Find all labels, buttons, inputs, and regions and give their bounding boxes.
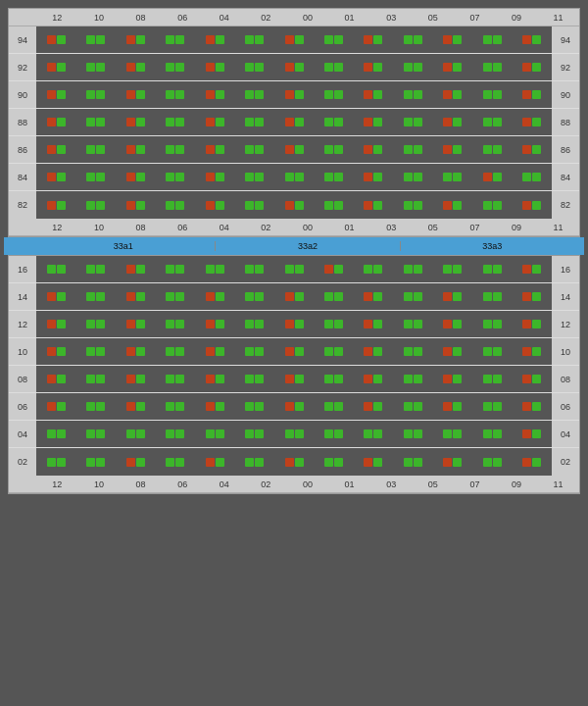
- available-seat[interactable]: [47, 265, 56, 274]
- seat-cell[interactable]: [234, 393, 273, 420]
- available-seat[interactable]: [532, 173, 541, 181]
- available-seat[interactable]: [166, 90, 174, 99]
- occupied-seat[interactable]: [126, 201, 135, 210]
- seat-cell[interactable]: [354, 136, 393, 163]
- seat-cell[interactable]: [155, 421, 194, 447]
- available-seat[interactable]: [414, 458, 422, 467]
- available-seat[interactable]: [206, 265, 215, 274]
- seat-cell[interactable]: [75, 421, 115, 447]
- available-seat[interactable]: [373, 173, 382, 181]
- seat-cell[interactable]: [36, 448, 75, 476]
- available-seat[interactable]: [373, 90, 382, 99]
- available-seat[interactable]: [136, 402, 145, 411]
- available-seat[interactable]: [96, 347, 105, 356]
- occupied-seat[interactable]: [206, 173, 215, 181]
- available-seat[interactable]: [373, 292, 382, 301]
- seat-cell[interactable]: [314, 109, 353, 135]
- available-seat[interactable]: [166, 35, 174, 44]
- seat-cell[interactable]: [393, 256, 432, 282]
- available-seat[interactable]: [245, 402, 254, 411]
- occupied-seat[interactable]: [285, 458, 294, 467]
- available-seat[interactable]: [47, 429, 56, 438]
- available-seat[interactable]: [86, 265, 95, 274]
- available-seat[interactable]: [96, 63, 105, 72]
- seat-cell[interactable]: [433, 421, 472, 447]
- seat-cell[interactable]: [36, 164, 75, 190]
- seat-cell[interactable]: [75, 191, 115, 219]
- seat-cell[interactable]: [314, 26, 353, 53]
- available-seat[interactable]: [245, 145, 254, 154]
- available-seat[interactable]: [532, 265, 541, 274]
- seat-cell[interactable]: [155, 448, 194, 476]
- seat-cell[interactable]: [393, 109, 432, 135]
- available-seat[interactable]: [86, 292, 95, 301]
- occupied-seat[interactable]: [47, 173, 56, 181]
- available-seat[interactable]: [136, 458, 145, 467]
- available-seat[interactable]: [216, 320, 224, 328]
- seat-cell[interactable]: [36, 393, 75, 420]
- seat-cell[interactable]: [393, 393, 432, 420]
- available-seat[interactable]: [295, 201, 304, 210]
- occupied-seat[interactable]: [206, 375, 215, 383]
- available-seat[interactable]: [295, 292, 304, 301]
- seat-cell[interactable]: [433, 393, 472, 420]
- seat-cell[interactable]: [472, 54, 512, 80]
- available-seat[interactable]: [453, 173, 462, 181]
- seat-cell[interactable]: [354, 338, 393, 365]
- available-seat[interactable]: [136, 201, 145, 210]
- available-seat[interactable]: [414, 173, 422, 181]
- seat-cell[interactable]: [234, 338, 273, 365]
- seat-cell[interactable]: [234, 311, 273, 337]
- seat-cell[interactable]: [36, 81, 75, 108]
- seat-cell[interactable]: [116, 448, 155, 476]
- available-seat[interactable]: [532, 402, 541, 411]
- available-seat[interactable]: [295, 458, 304, 467]
- available-seat[interactable]: [86, 429, 95, 438]
- seat-cell[interactable]: [116, 109, 155, 135]
- seat-cell[interactable]: [234, 191, 273, 219]
- available-seat[interactable]: [483, 320, 492, 328]
- available-seat[interactable]: [136, 292, 145, 301]
- seat-cell[interactable]: [314, 54, 353, 80]
- available-seat[interactable]: [493, 320, 502, 328]
- occupied-seat[interactable]: [126, 265, 135, 274]
- seat-cell[interactable]: [234, 366, 273, 392]
- available-seat[interactable]: [255, 145, 264, 154]
- seat-cell[interactable]: [195, 283, 234, 310]
- available-seat[interactable]: [57, 429, 66, 438]
- occupied-seat[interactable]: [522, 458, 531, 467]
- seat-cell[interactable]: [433, 81, 472, 108]
- available-seat[interactable]: [295, 35, 304, 44]
- available-seat[interactable]: [295, 265, 304, 274]
- available-seat[interactable]: [255, 458, 264, 467]
- available-seat[interactable]: [453, 265, 462, 274]
- seat-cell[interactable]: [472, 81, 512, 108]
- available-seat[interactable]: [86, 201, 95, 210]
- available-seat[interactable]: [532, 429, 541, 438]
- available-seat[interactable]: [493, 145, 502, 154]
- available-seat[interactable]: [404, 201, 413, 210]
- available-seat[interactable]: [136, 118, 145, 126]
- occupied-seat[interactable]: [126, 375, 135, 383]
- available-seat[interactable]: [532, 292, 541, 301]
- occupied-seat[interactable]: [364, 292, 372, 301]
- available-seat[interactable]: [57, 347, 66, 356]
- seat-cell[interactable]: [36, 283, 75, 310]
- occupied-seat[interactable]: [522, 429, 531, 438]
- available-seat[interactable]: [57, 320, 66, 328]
- occupied-seat[interactable]: [47, 35, 56, 44]
- occupied-seat[interactable]: [364, 201, 372, 210]
- available-seat[interactable]: [414, 90, 422, 99]
- seat-cell[interactable]: [472, 421, 512, 447]
- seat-cell[interactable]: [513, 311, 552, 337]
- seat-cell[interactable]: [513, 448, 552, 476]
- available-seat[interactable]: [166, 429, 174, 438]
- available-seat[interactable]: [136, 429, 145, 438]
- seat-cell[interactable]: [36, 338, 75, 365]
- available-seat[interactable]: [334, 173, 343, 181]
- available-seat[interactable]: [175, 90, 184, 99]
- available-seat[interactable]: [324, 375, 333, 383]
- seat-cell[interactable]: [75, 164, 115, 190]
- available-seat[interactable]: [96, 265, 105, 274]
- seat-cell[interactable]: [116, 164, 155, 190]
